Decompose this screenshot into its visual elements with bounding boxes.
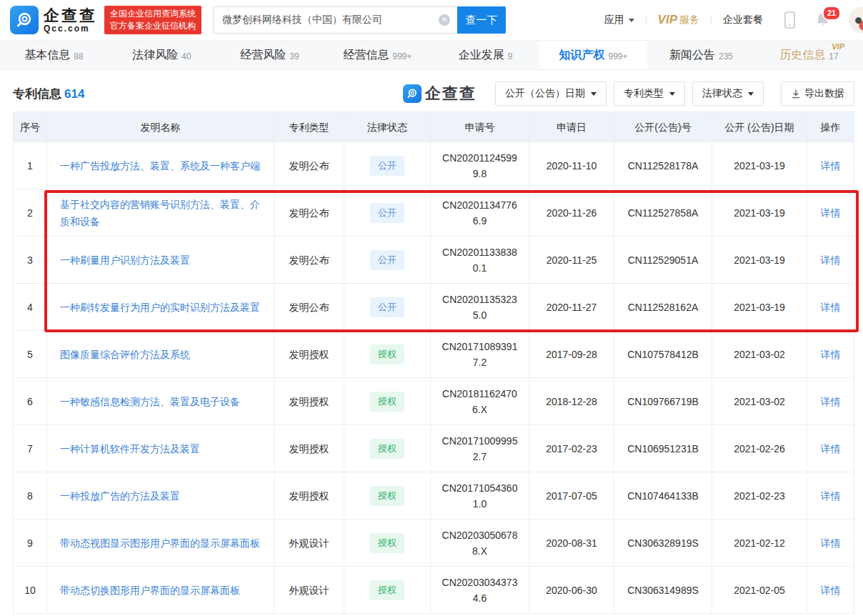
cell-application-date: 2017-07-05 xyxy=(529,472,614,519)
detail-link[interactable]: 详情 xyxy=(821,394,841,409)
chevron-down-icon xyxy=(669,92,675,96)
header-application-number: 申请号 xyxy=(431,112,529,141)
patent-name-link[interactable]: 一种广告投放方法、装置、系统及一种客户端 xyxy=(47,142,274,189)
cell-application-date: 2020-11-26 xyxy=(529,189,614,236)
user-avatar[interactable] xyxy=(849,7,863,33)
cell-index: 8 xyxy=(14,472,47,519)
cell-application-number: CN201710543601.0 xyxy=(431,472,529,519)
detail-link[interactable]: 详情 xyxy=(821,299,841,315)
patent-name-link[interactable]: 一种敏感信息检测方法、装置及电子设备 xyxy=(47,378,274,424)
cell-application-number: CN202030506788.X xyxy=(431,520,529,566)
detail-link[interactable]: 详情 xyxy=(821,347,841,362)
tab-intellectual-property[interactable]: 知识产权999+ xyxy=(539,41,647,69)
cell-application-date: 2020-11-27 xyxy=(529,284,614,330)
cell-legal-status: 公开 xyxy=(344,189,431,236)
cell-actions: 详情 xyxy=(807,237,854,283)
filter-publication-date[interactable]: 公开（公告）日期 xyxy=(495,81,607,106)
status-badge: 授权 xyxy=(370,439,404,459)
patent-count: 614 xyxy=(64,87,84,101)
detail-link[interactable]: 详情 xyxy=(821,535,841,551)
certification-badge: 全国企业信用查询系统 官方备案企业征信机构 xyxy=(104,6,201,34)
tab-basic-info[interactable]: 基本信息88 xyxy=(0,41,108,69)
tab-history-info[interactable]: VIP历史信息17 xyxy=(755,41,863,69)
cell-patent-type: 发明授权 xyxy=(274,425,344,472)
filter-patent-type[interactable]: 专利类型 xyxy=(614,81,685,106)
cell-actions: 详情 xyxy=(807,284,854,330)
patent-name-link[interactable]: 一种投放广告的方法及装置 xyxy=(47,472,274,519)
patent-name-link[interactable]: 一种刷转发量行为用户的实时识别方法及装置 xyxy=(47,284,274,330)
tab-news-announcements[interactable]: 新闻公告235 xyxy=(647,41,755,69)
cell-application-number: CN202011245999.8 xyxy=(431,142,529,189)
cell-publication-date: 2021-03-19 xyxy=(712,189,807,236)
patent-name-link[interactable]: 图像质量综合评价方法及系统 xyxy=(47,331,274,377)
cell-application-number: CN201710893917.2 xyxy=(431,331,529,377)
cell-publication-number: CN107464133B xyxy=(614,472,712,519)
status-badge: 公开 xyxy=(370,297,404,317)
table-row: 1 一种广告投放方法、装置、系统及一种客户端 发明公布 公开 CN2020112… xyxy=(14,142,854,189)
table-header-row: 序号 发明名称 专利类型 法律状态 申请号 申请日 公开(公告)号 公开 (公告… xyxy=(14,112,854,142)
search-button[interactable]: 查一下 xyxy=(457,6,506,34)
section-title: 专利信息614 xyxy=(13,86,84,102)
patent-name-link[interactable]: 带动态切换图形用户界面的显示屏幕面板 xyxy=(47,567,274,613)
cell-legal-status: 授权 xyxy=(344,472,431,519)
detail-link[interactable]: 详情 xyxy=(821,441,841,457)
qcc-logo[interactable]: 企查查 Qcc.com xyxy=(10,6,97,34)
cell-publication-date: 2021-03-19 xyxy=(712,237,807,283)
tab-company-development[interactable]: 企业发展9 xyxy=(432,41,539,69)
detail-link[interactable]: 详情 xyxy=(821,582,841,598)
patent-name-link[interactable]: 基于社交内容的营销账号识别方法、装置、介质和设备 xyxy=(47,189,274,236)
filter-legal-status[interactable]: 法律状态 xyxy=(692,81,764,106)
cell-legal-status: 授权 xyxy=(344,378,431,424)
cell-patent-type: 发明公布 xyxy=(274,142,344,189)
cell-actions: 详情 xyxy=(807,142,854,189)
cell-legal-status: 授权 xyxy=(344,520,431,566)
detail-link[interactable]: 详情 xyxy=(821,158,841,174)
cell-legal-status: 公开 xyxy=(344,237,431,283)
nav-vip-service[interactable]: VIP服务 xyxy=(658,13,699,27)
patent-table: 序号 发明名称 专利类型 法律状态 申请号 申请日 公开(公告)号 公开 (公告… xyxy=(13,111,854,614)
nav-app-label: 应用 xyxy=(604,14,624,26)
cell-index: 7 xyxy=(14,425,47,472)
notification-count-badge: 21 xyxy=(822,6,841,21)
top-nav: 应用 VIP服务 企业套餐 21 xyxy=(604,7,863,33)
patent-table-body: 1 一种广告投放方法、装置、系统及一种客户端 发明公布 公开 CN2020112… xyxy=(14,142,854,614)
tab-operation-info[interactable]: 经营信息999+ xyxy=(324,41,432,69)
nav-app-menu[interactable]: 应用 xyxy=(604,14,634,26)
header-actions: 操作 xyxy=(807,112,854,141)
cell-index: 1 xyxy=(14,142,47,189)
patent-name-link[interactable]: 一种计算机软件开发方法及装置 xyxy=(47,425,274,472)
detail-link[interactable]: 详情 xyxy=(821,205,841,221)
cell-actions: 详情 xyxy=(807,567,854,613)
table-row: 7 一种计算机软件开发方法及装置 发明授权 授权 CN201710099952.… xyxy=(14,425,854,472)
cell-publication-number: CN109766719B xyxy=(614,378,712,424)
table-row: 4 一种刷转发量行为用户的实时识别方法及装置 发明公布 公开 CN2020113… xyxy=(14,284,854,331)
certification-line1: 全国企业信用查询系统 xyxy=(110,8,196,20)
cell-actions: 详情 xyxy=(807,472,854,519)
mobile-app-icon[interactable] xyxy=(784,11,795,29)
cell-patent-type: 发明授权 xyxy=(274,378,344,424)
cell-publication-number: CN306314989S xyxy=(614,567,712,613)
clear-icon[interactable]: ✕ xyxy=(439,14,450,26)
export-data-button[interactable]: 导出数据 xyxy=(781,81,854,106)
search-input[interactable] xyxy=(213,6,457,34)
table-row: 8 一种投放广告的方法及装置 发明授权 授权 CN201710543601.0 … xyxy=(14,472,854,520)
nav-enterprise-package[interactable]: 企业套餐 xyxy=(723,14,763,26)
cell-actions: 详情 xyxy=(807,331,854,377)
chevron-down-icon xyxy=(748,92,754,96)
detail-link[interactable]: 详情 xyxy=(821,488,841,504)
cell-publication-number: CN306328919S xyxy=(614,520,712,566)
cell-patent-type: 外观设计 xyxy=(274,567,344,613)
logo-domain: Qcc.com xyxy=(44,24,97,34)
detail-link[interactable]: 详情 xyxy=(821,252,841,268)
tab-legal-risk[interactable]: 法律风险40 xyxy=(108,41,216,69)
cell-index: 4 xyxy=(14,284,47,330)
cell-publication-number: CN112528162A xyxy=(614,284,712,330)
cell-application-date: 2020-08-31 xyxy=(529,520,614,566)
notifications-bell[interactable]: 21 xyxy=(815,12,830,28)
patent-name-link[interactable]: 一种刷量用户识别方法及装置 xyxy=(47,237,274,283)
tab-operation-risk[interactable]: 经营风险39 xyxy=(216,41,324,69)
cell-index: 6 xyxy=(14,378,47,424)
cell-application-number: CN202030343734.6 xyxy=(431,567,529,613)
patent-name-link[interactable]: 带动态视图显示图形用户界面的显示屏幕面板 xyxy=(47,520,274,566)
status-badge: 授权 xyxy=(370,392,404,412)
